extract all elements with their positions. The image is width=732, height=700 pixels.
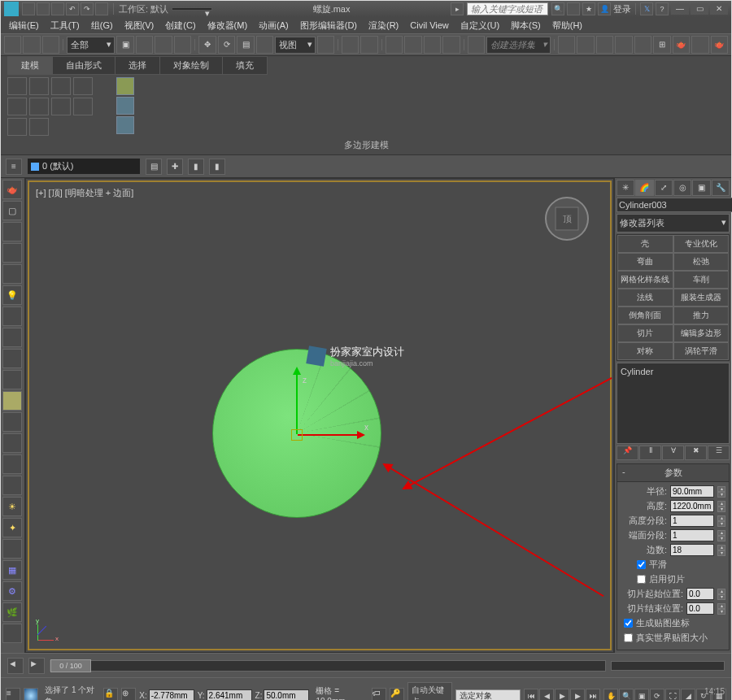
helper3-icon[interactable] (2, 370, 22, 389)
placement-icon[interactable] (256, 36, 273, 54)
box-icon[interactable]: ▢ (2, 201, 22, 220)
move-icon[interactable]: ✥ (198, 36, 216, 54)
gizmo-center[interactable] (291, 429, 303, 441)
anglesnap-icon[interactable] (404, 36, 421, 54)
rib-border-icon[interactable] (51, 77, 71, 95)
sides-input[interactable]: 18 (670, 544, 714, 556)
tab-display-icon[interactable]: ▣ (692, 180, 710, 196)
unlink-icon[interactable] (23, 36, 40, 54)
tab-utilities-icon[interactable]: 🔧 (712, 180, 730, 196)
rib-b10-icon[interactable] (29, 118, 49, 136)
layers-icon[interactable] (596, 36, 613, 54)
material-editor-icon[interactable]: ⊞ (653, 36, 670, 54)
select-region-icon[interactable] (155, 36, 172, 54)
editnamedselsets-icon[interactable] (468, 36, 485, 54)
menu-tools[interactable]: 工具(T) (46, 18, 85, 33)
rib-hl3-icon[interactable] (116, 116, 134, 134)
search-icon[interactable]: 🔍 (551, 2, 564, 15)
ribbon-tab-selection[interactable]: 选择 (115, 56, 160, 75)
sliceto-input[interactable]: 0.0 (686, 602, 714, 615)
viewport-label[interactable]: [+] [顶] [明暗处理 + 边面] (36, 187, 133, 199)
hemi1-icon[interactable] (2, 412, 22, 432)
goto-start-icon[interactable]: ⏮ (524, 689, 538, 701)
render-frame-icon[interactable] (691, 36, 708, 54)
minimize-button[interactable]: — (671, 3, 689, 15)
pivot-icon[interactable] (317, 36, 334, 54)
params-header[interactable]: 参数 (617, 464, 729, 482)
align-icon[interactable] (577, 36, 594, 54)
gizmo-x-axis[interactable] (298, 434, 363, 436)
pin-stack-icon[interactable]: 📌 (617, 446, 638, 460)
mod-bend[interactable]: 弯曲 (617, 253, 673, 271)
plane-icon[interactable] (2, 391, 22, 411)
menu-group[interactable]: 组(G) (86, 18, 118, 33)
layer-dropdown[interactable]: 0 (默认) (27, 158, 141, 175)
viewport[interactable]: [+] [顶] [明暗处理 + 边面] z x 扮家家室内设计banjiajia… (25, 178, 614, 653)
sphere-icon[interactable] (2, 243, 22, 263)
close-button[interactable]: ✕ (710, 3, 728, 15)
foot-icon[interactable] (2, 624, 22, 643)
mod-turbosmooth[interactable]: 涡轮平滑 (673, 342, 730, 360)
coord-toggle-icon[interactable]: ⊕ (121, 688, 136, 701)
realuv-checkbox[interactable] (624, 633, 633, 642)
sides-up[interactable]: ▴ (717, 545, 725, 550)
goto-end-icon[interactable]: ⏭ (586, 689, 600, 701)
mod-garment[interactable]: 服装生成器 (673, 289, 730, 307)
mod-push[interactable]: 推力 (673, 307, 730, 324)
menu-view[interactable]: 视图(V) (120, 18, 159, 33)
helper-icon[interactable] (2, 328, 22, 347)
rotate-icon[interactable]: ⟳ (218, 36, 235, 54)
x-icon[interactable]: 𝕏 (640, 2, 653, 15)
configure-icon[interactable]: ☰ (708, 446, 730, 460)
height-down[interactable]: ▾ (717, 507, 725, 512)
layer-b-icon[interactable]: ▮ (209, 159, 225, 175)
sphere-icon[interactable] (24, 688, 38, 701)
time-slider[interactable]: 0 / 100 (50, 660, 606, 672)
rib-b7-icon[interactable] (51, 98, 71, 115)
show-end-icon[interactable]: Ⅱ (639, 446, 661, 460)
manip-icon[interactable] (342, 36, 359, 54)
hseg-down[interactable]: ▾ (717, 521, 725, 527)
ribbon-tab-modeling[interactable]: 建模 (7, 56, 53, 75)
tube-icon[interactable] (2, 264, 22, 284)
modifier-list-dropdown[interactable]: 修改器列表 (617, 214, 730, 233)
viewcube[interactable] (545, 197, 589, 241)
next-frame-icon[interactable]: ▶ (570, 689, 585, 701)
render-setup-icon[interactable]: 🫖 (673, 36, 690, 54)
rib-b8-icon[interactable] (73, 98, 93, 115)
y-coord[interactable]: 2.641mm (207, 689, 252, 700)
restore-button[interactable]: ▭ (691, 3, 708, 15)
snap-icon[interactable] (386, 36, 403, 54)
area-icon[interactable] (2, 539, 22, 559)
script-icon[interactable]: ≡ (6, 688, 20, 701)
keyfilter-dropdown[interactable] (455, 689, 521, 700)
ribbon-tab-objectpaint[interactable]: 对象绘制 (159, 56, 223, 75)
select-icon[interactable]: ▣ (116, 36, 133, 54)
ribbon-tab-populate[interactable]: 填充 (222, 56, 268, 75)
rib-hl1-icon[interactable] (116, 77, 134, 95)
helper2-icon[interactable] (2, 349, 22, 368)
mod-meshspline[interactable]: 网格化样条线 (617, 271, 673, 289)
mod-normal[interactable]: 法线 (617, 289, 673, 307)
window-crossing-icon[interactable] (174, 36, 191, 54)
z-coord[interactable]: 50.0mm (264, 689, 309, 700)
grid-icon[interactable]: ▦ (2, 560, 22, 580)
zoom-extents-icon[interactable]: ▣ (634, 689, 649, 701)
tag-icon[interactable]: 🏷 (372, 688, 386, 701)
add-icon[interactable]: ✚ (167, 159, 183, 175)
keyboard-icon[interactable] (360, 36, 377, 54)
cseg-down[interactable]: ▾ (717, 536, 725, 541)
gizmo-z-axis[interactable] (296, 369, 298, 434)
menu-customize[interactable]: 自定义(U) (455, 18, 504, 33)
search-input[interactable] (467, 2, 548, 15)
mod-lathe[interactable]: 车削 (673, 271, 730, 289)
genuv-checkbox[interactable] (624, 619, 633, 628)
tab-hierarchy-icon[interactable]: ⤢ (655, 180, 673, 196)
plant-icon[interactable]: 🌿 (2, 602, 22, 622)
menu-script[interactable]: 脚本(S) (506, 18, 546, 33)
lock-icon[interactable]: 🔒 (103, 688, 118, 701)
layermgr-icon[interactable]: ▤ (146, 159, 162, 175)
cone-icon[interactable] (2, 222, 22, 241)
modifier-stack[interactable]: Cylinder (617, 363, 730, 444)
menu-animation[interactable]: 动画(A) (254, 18, 294, 33)
